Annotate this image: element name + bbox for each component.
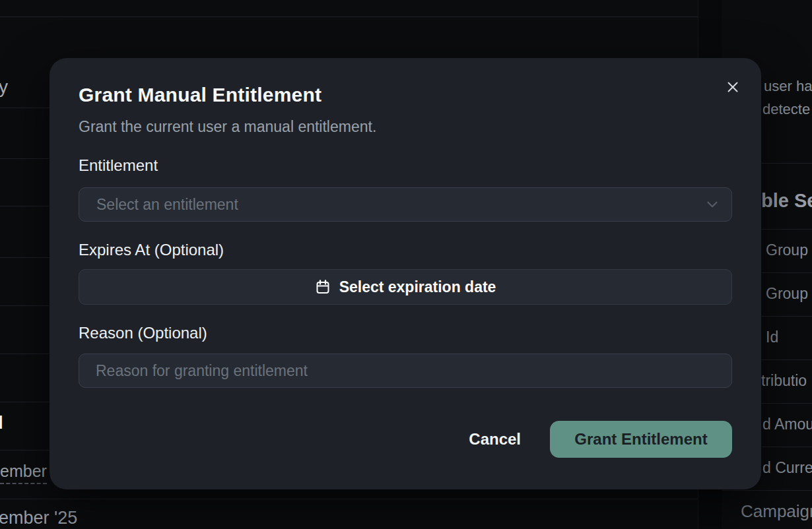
close-button[interactable] [723, 77, 743, 97]
side-panel-field-label: Id [766, 328, 778, 346]
select-expiration-date-label: Select expiration date [339, 278, 496, 296]
side-panel-field-label: Campaign [741, 501, 812, 522]
cancel-button[interactable]: Cancel [469, 430, 521, 449]
table-date-fragment: ember '25 [0, 508, 77, 528]
chevron-down-icon [704, 196, 721, 213]
table-row-divider [0, 16, 698, 17]
side-panel-divider [722, 490, 812, 491]
expires-at-label: Expires At (Optional) [79, 240, 732, 260]
side-panel-field-label: Group [766, 241, 808, 259]
select-expiration-date-button[interactable]: Select expiration date [79, 269, 732, 305]
side-panel-heading: ble Se [761, 190, 812, 212]
side-panel-field-label: Group [766, 285, 808, 303]
table-text-fragment: y [0, 77, 8, 98]
entitlement-label: Entitlement [79, 156, 732, 175]
table-date-fragment: ember [0, 462, 47, 484]
side-panel-text: user has [764, 78, 812, 95]
table-row-divider [0, 499, 698, 499]
side-panel-field-label: d Amou [762, 416, 812, 433]
table-text-fragment: l [0, 412, 3, 433]
dialog-description: Grant the current user a manual entitlem… [79, 116, 732, 137]
screen: y l ember ember '25 user has detecte ble… [0, 0, 812, 529]
side-panel-field-label: tributio [761, 372, 807, 390]
close-icon [724, 78, 741, 96]
grant-entitlement-button[interactable]: Grant Entitlement [550, 421, 732, 458]
entitlement-select[interactable]: Select an entitlement [79, 187, 732, 222]
calendar-icon [315, 279, 331, 295]
dialog-title: Grant Manual Entitlement [79, 82, 732, 108]
side-panel-field-label: d Curre [762, 459, 812, 477]
reason-input[interactable] [79, 354, 732, 388]
dialog-footer: Cancel Grant Entitlement [79, 421, 732, 458]
side-panel-text: detecte [762, 101, 810, 118]
grant-entitlement-dialog: Grant Manual Entitlement Grant the curre… [50, 58, 761, 489]
entitlement-select-placeholder: Select an entitlement [96, 196, 704, 214]
reason-label: Reason (Optional) [79, 323, 732, 343]
